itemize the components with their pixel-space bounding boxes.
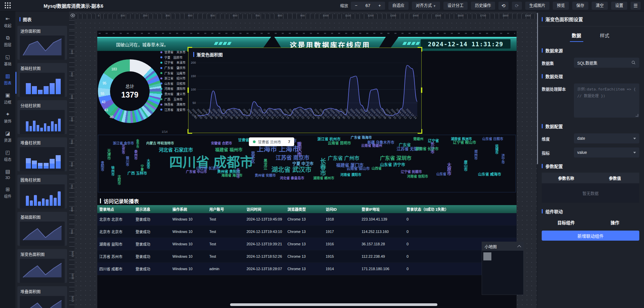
dataset-input[interactable]: SQL数据集 xyxy=(574,58,639,68)
align-dropdown[interactable]: 对齐方式 ▼ xyxy=(412,2,440,10)
card-thumbnail-bar-stack xyxy=(20,147,65,171)
eye-icon[interactable] xyxy=(70,13,75,18)
wordcloud-word: 山东省 日照市 xyxy=(482,137,503,141)
donut-chart[interactable]: 总计 1379 1839555434340 xyxy=(98,59,162,123)
sidebar-item-label: 装饰 xyxy=(4,118,11,124)
table-cell: Test xyxy=(207,217,245,221)
tab-data[interactable]: 数据 xyxy=(570,30,583,42)
inspector-tabs: 数据 样式 xyxy=(542,26,639,42)
design-surface[interactable]: 国破山河在，城春草木深。 这是用数据库在线应用 2024-12-14 11:31… xyxy=(97,31,517,308)
design-split-button[interactable]: 设计分工 xyxy=(443,2,468,10)
donut-center: 总计 1379 xyxy=(110,71,150,111)
zoom-control: − 67 + xyxy=(351,2,385,10)
search-icon xyxy=(631,60,636,65)
table-cell: 114.252.113.160 xyxy=(360,230,405,234)
wordcloud-word: 楚雄州 xyxy=(413,137,423,141)
minimap-viewport[interactable] xyxy=(483,252,491,260)
component-card-迷你面积图[interactable]: 迷你面积图 xyxy=(17,26,67,60)
selection-corner[interactable] xyxy=(418,47,422,52)
table-cell: Windows 10 xyxy=(170,230,207,234)
sidebar-item-图层[interactable]: ⧉图层 xyxy=(0,35,15,47)
legend-dot xyxy=(160,98,162,100)
table-cell: 登录成功 xyxy=(133,254,170,259)
wordcloud-word: 山东省 xyxy=(436,173,446,176)
wordcloud-word: 思茅区 xyxy=(251,151,255,163)
menu-icon[interactable]: ☰ xyxy=(631,2,641,10)
preview-button[interactable]: 预览 xyxy=(553,2,569,10)
component-card-渐变色面积图[interactable]: 渐变色面积图 xyxy=(17,249,67,283)
sidebar-item-组态[interactable]: ◰组态 xyxy=(0,150,15,162)
design-canvas[interactable]: 0100200300400500600700800900100011001200… xyxy=(69,11,537,308)
table-cell: 四川省 成都市 xyxy=(97,266,133,271)
wordcloud-word: 内蒙古 呼和浩特市 xyxy=(146,142,174,145)
selection-handle[interactable] xyxy=(421,87,422,93)
wordcloud-word: 宁夏 中卫市 xyxy=(292,162,313,166)
component-card-list: 迷你面积图基础柱状图分组柱状图堆叠柱状图圆角柱状图基础面积图渐变色面积图堆叠面积… xyxy=(15,26,69,308)
sidebar-item-边框[interactable]: ▣边框 xyxy=(0,93,15,105)
sidebar-item-资源[interactable]: ◪资源 xyxy=(0,131,15,143)
history-button[interactable]: 历史操作 xyxy=(471,2,495,10)
sidebar-item-label: 边框 xyxy=(4,99,11,105)
sidebar-item-3D[interactable]: ▤3D xyxy=(0,169,15,180)
section-params: 参数配置 xyxy=(542,163,639,169)
add-linkage-button[interactable]: 新增联动组件 xyxy=(542,231,639,241)
wordcloud-word: 山西省 长治市 xyxy=(196,167,219,170)
donut-slice-label: 43 xyxy=(102,100,105,104)
tab-style[interactable]: 样式 xyxy=(598,30,611,42)
component-card-基础面积图[interactable]: 基础面积图 xyxy=(17,212,67,246)
sidebar-item-装饰[interactable]: ✦装饰 xyxy=(0,112,15,124)
dimension-select[interactable]: date xyxy=(574,133,639,143)
sidebar-item-组件[interactable]: ⊞组件 xyxy=(0,187,15,199)
card-thumbnail-mini-area xyxy=(20,36,65,60)
save-button[interactable]: 保存 xyxy=(572,2,588,10)
zoom-in-button[interactable]: + xyxy=(374,2,385,10)
selection-handle[interactable] xyxy=(187,87,189,93)
selection-corner[interactable] xyxy=(187,129,192,134)
fit-button[interactable]: 自适应 xyxy=(388,2,409,10)
generate-image-button[interactable]: 生成图片 xyxy=(525,2,549,10)
table-cell: Chrome 13 xyxy=(285,217,324,221)
redo-icon[interactable]: ⟳ xyxy=(512,2,522,10)
clear-button[interactable]: 清空 xyxy=(592,2,608,10)
component-card-基础柱状图[interactable]: 基础柱状图 xyxy=(17,63,67,97)
sidebar-item-收起[interactable]: ⇤收起 xyxy=(0,16,15,28)
accent-bar xyxy=(542,164,543,168)
wordcloud-chart[interactable]: 四川省 成都市湖北省 武汉市江苏省 南京市广东省 广州市广东省 深圳市上海市 上… xyxy=(98,135,516,192)
component-card-堆叠柱状图[interactable]: 堆叠柱状图 xyxy=(17,137,67,171)
component-card-堆叠面积图[interactable]: 堆叠面积图 xyxy=(17,286,67,308)
component-card-分组柱状图[interactable]: 分组柱状图 xyxy=(17,100,67,134)
undo-icon[interactable]: ⟲ xyxy=(498,2,508,10)
sidebar-item-基础[interactable]: ◱基础 xyxy=(0,54,15,66)
donut-total-value: 1379 xyxy=(121,90,138,100)
panel-scrollbar[interactable] xyxy=(15,72,16,94)
wordcloud-word: 河南省 信阳市 xyxy=(407,175,428,178)
selection-corner[interactable] xyxy=(187,47,192,52)
zoom-out-button[interactable]: − xyxy=(351,2,362,10)
target-component-col: 目标组件 xyxy=(542,219,591,226)
chart-component-panel: 图表 迷你面积图基础柱状图分组柱状图堆叠柱状图圆角柱状图基础面积图渐变色面积图堆… xyxy=(15,11,69,308)
wordcloud-word: 黑龙江 xyxy=(263,159,267,170)
wordcloud-word: 福建省 福州市 xyxy=(215,147,243,152)
inspector-scrollbar[interactable] xyxy=(537,13,538,164)
chart-title-row: 渐变色面积图 xyxy=(193,51,223,58)
sidebar-item-图表[interactable]: ▥图表 xyxy=(0,73,15,85)
selection-corner[interactable] xyxy=(418,129,422,134)
resize-grip[interactable] xyxy=(636,114,638,117)
app-grid-icon[interactable] xyxy=(5,2,11,9)
legend-dot xyxy=(160,82,162,84)
wordcloud-word: 广东省 xyxy=(399,143,411,147)
script-textarea[interactable]: 示例:data.forEach(item => { // 数据处理 }) xyxy=(574,83,639,118)
card-thumbnail-bar-group xyxy=(20,110,65,134)
settings-button[interactable]: 设置 xyxy=(611,2,627,10)
card-label: 迷你面积图 xyxy=(17,26,67,36)
wordcloud-word: 贵州省 安顺市 xyxy=(255,174,276,177)
metric-select[interactable]: value xyxy=(574,147,639,158)
horizontal-scrollbar[interactable] xyxy=(230,303,437,306)
wordcloud-word: 大连市 xyxy=(146,159,150,169)
component-card-圆角柱状图[interactable]: 圆角柱状图 xyxy=(17,175,67,208)
图层-icon: ⧉ xyxy=(6,35,10,41)
gradient-area-chart[interactable]: 渐变色面积图 200150100500 2024-11-012024-11-02… xyxy=(189,48,421,133)
minimap-header[interactable]: 小地图 xyxy=(482,242,523,251)
minimap-title: 小地图 xyxy=(485,244,497,249)
access-log-table[interactable]: 登录地点提示消息操作系统用户账号访问时间浏览器类型访问ID登录IP地址登录状态（… xyxy=(97,205,517,275)
